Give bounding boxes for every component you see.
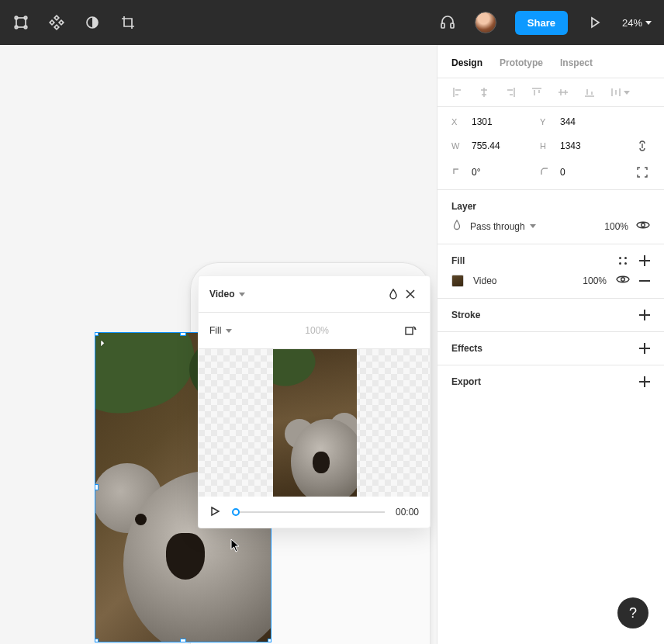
constrain-proportions-icon[interactable]	[635, 138, 650, 154]
layer-opacity-input[interactable]: 100%	[604, 221, 628, 232]
chevron-down-icon	[645, 21, 652, 25]
align-more-dropdown[interactable]	[610, 86, 630, 99]
scrubber-track[interactable]	[233, 511, 385, 513]
components-icon[interactable]	[48, 14, 65, 31]
tab-prototype[interactable]: Prototype	[500, 57, 543, 68]
resize-handle-bl[interactable]	[95, 639, 99, 642]
mask-tool-icon[interactable]	[84, 14, 101, 31]
video-fill-popover: Video Fill 100%	[198, 275, 431, 528]
layer-type-badge: ⏵	[99, 338, 107, 347]
fill-visibility-icon[interactable]	[616, 274, 630, 287]
svg-rect-12	[406, 327, 413, 334]
align-vcenter-icon[interactable]	[557, 86, 569, 99]
resize-handle-mt[interactable]	[180, 332, 186, 336]
rotation-input[interactable]: 0°	[472, 167, 534, 178]
w-input[interactable]: 755.44	[472, 140, 534, 151]
crop-tool-icon[interactable]	[119, 14, 137, 31]
svg-rect-6	[54, 25, 59, 29]
rotate-image-icon[interactable]	[402, 322, 419, 339]
radius-input[interactable]: 0	[560, 167, 622, 178]
style-icon[interactable]	[617, 255, 628, 266]
fill-opacity[interactable]: 100%	[583, 275, 607, 286]
resize-handle-br[interactable]	[268, 639, 271, 642]
align-left-icon[interactable]	[451, 86, 464, 99]
popover-fit-row: Fill 100%	[199, 313, 430, 349]
topbar: Share 24%	[0, 0, 664, 45]
scrubber-knob[interactable]	[232, 508, 240, 516]
align-bottom-icon[interactable]	[583, 86, 596, 99]
chevron-down-icon	[239, 293, 245, 296]
alignment-row	[437, 78, 664, 107]
canvas[interactable]: ⏵ 755.44 × 1343 · Video Video Fill	[0, 45, 437, 644]
video-controls: 00:00	[199, 497, 430, 528]
popover-header: Video	[199, 276, 430, 313]
zoom-dropdown[interactable]: 24%	[622, 17, 652, 29]
frame-tool-icon[interactable]	[12, 14, 29, 31]
visibility-toggle-icon[interactable]	[636, 220, 650, 233]
h-label: H	[540, 141, 554, 151]
zoom-value: 24%	[622, 17, 642, 29]
blend-mode-value: Pass through	[470, 221, 525, 232]
effects-section-title: Effects	[451, 343, 482, 354]
fill-section-title: Fill	[451, 255, 465, 266]
share-button[interactable]: Share	[515, 11, 568, 35]
play-button[interactable]	[209, 506, 222, 518]
video-preview[interactable]	[199, 349, 430, 497]
radius-icon	[540, 167, 554, 178]
blend-mode-icon[interactable]	[385, 286, 402, 303]
headphones-icon[interactable]	[439, 14, 456, 31]
present-icon[interactable]	[586, 14, 603, 31]
stroke-section-title: Stroke	[451, 310, 480, 320]
add-stroke-icon[interactable]	[639, 310, 650, 320]
timecode: 00:00	[396, 507, 419, 518]
tab-inspect[interactable]: Inspect	[560, 57, 593, 68]
popover-title-dropdown[interactable]: Video	[209, 289, 245, 299]
avatar[interactable]	[475, 12, 496, 33]
svg-rect-10	[441, 23, 444, 28]
rotation-icon	[451, 167, 465, 178]
panel-tabs: Design Prototype Inspect	[437, 45, 664, 78]
close-icon[interactable]	[402, 286, 419, 303]
y-label: Y	[540, 117, 554, 126]
export-section-title: Export	[451, 376, 481, 387]
stroke-section: Stroke	[437, 299, 664, 332]
fill-row: Video 100%	[451, 274, 650, 287]
x-input[interactable]: 1301	[472, 116, 534, 127]
svg-rect-11	[451, 23, 454, 28]
transform-properties: X 1301 Y 344 W 755.44 H 1343 0° 0	[437, 107, 664, 190]
y-input[interactable]: 344	[560, 116, 622, 127]
add-fill-icon[interactable]	[639, 255, 650, 266]
independent-corners-icon[interactable]	[635, 164, 650, 180]
blend-mode-dropdown[interactable]: Pass through	[470, 221, 597, 232]
right-panel: Design Prototype Inspect X 1301 Y 344 W …	[437, 45, 664, 644]
fill-opacity-input[interactable]: 100%	[238, 325, 396, 336]
main: ⏵ 755.44 × 1343 · Video Video Fill	[0, 45, 664, 644]
export-section: Export	[437, 365, 664, 398]
x-label: X	[451, 117, 465, 126]
scale-mode-dropdown[interactable]: Fill	[209, 325, 232, 336]
resize-handle-mb[interactable]	[180, 639, 186, 642]
align-right-icon[interactable]	[504, 86, 517, 99]
svg-rect-7	[50, 20, 54, 25]
svg-rect-5	[54, 16, 59, 20]
resize-handle-ml[interactable]	[95, 484, 99, 490]
add-effect-icon[interactable]	[639, 343, 650, 354]
fill-section: Fill Video 100%	[437, 244, 664, 299]
h-input[interactable]: 1343	[560, 140, 622, 151]
remove-fill-icon[interactable]	[639, 280, 650, 282]
tab-design[interactable]: Design	[451, 57, 482, 68]
help-button[interactable]: ?	[617, 597, 648, 628]
w-label: W	[451, 141, 465, 151]
layer-section: Layer Pass through 100%	[437, 190, 664, 244]
popover-title: Video	[209, 289, 234, 299]
scale-mode-value: Fill	[209, 325, 221, 336]
add-export-icon[interactable]	[639, 376, 650, 387]
resize-handle-tl[interactable]	[95, 332, 99, 336]
align-top-icon[interactable]	[531, 86, 543, 99]
fill-type-label[interactable]: Video	[473, 275, 573, 286]
svg-point-14	[621, 278, 625, 282]
svg-rect-8	[59, 20, 64, 25]
align-hcenter-icon[interactable]	[478, 86, 490, 99]
fill-swatch[interactable]	[451, 275, 464, 287]
effects-section: Effects	[437, 332, 664, 365]
